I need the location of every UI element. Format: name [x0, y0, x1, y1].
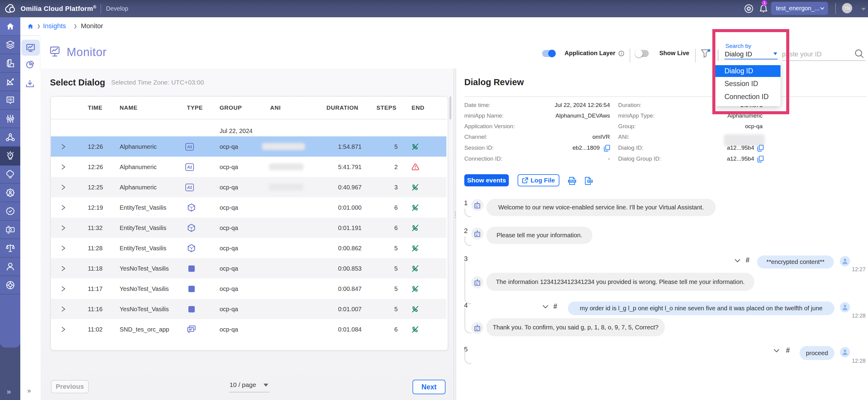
svg-text:RTF: RTF [588, 180, 592, 182]
svg-text:JSON: JSON [569, 180, 575, 182]
